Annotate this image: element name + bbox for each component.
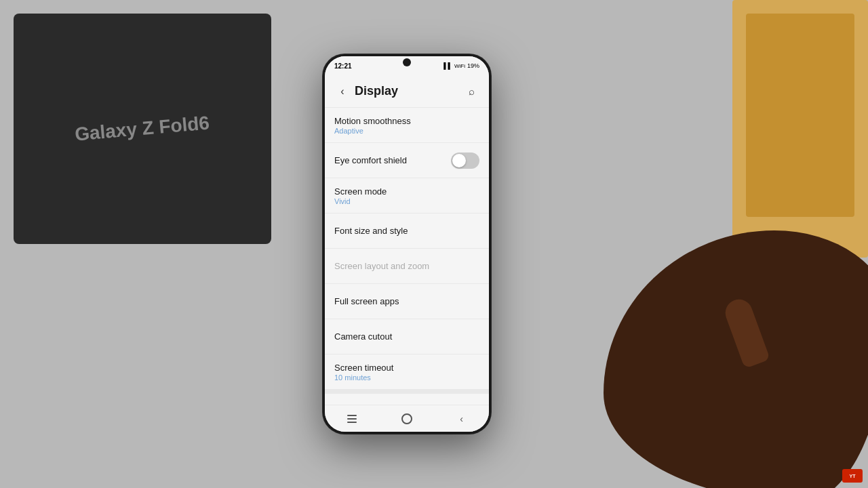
wifi-icon: WiFi: [454, 63, 465, 69]
nav-menu-button[interactable]: [342, 409, 362, 429]
battery-icon: 19%: [467, 62, 479, 69]
nav-home-button[interactable]: [397, 409, 417, 429]
setting-motion-smoothness[interactable]: Motion smoothness Adaptive: [325, 108, 489, 143]
menu-line-2: [347, 418, 357, 420]
bottom-navigation: ‹: [325, 405, 489, 432]
product-box: Galaxy Z Fold6: [14, 14, 271, 244]
settings-list: Motion smoothness Adaptive Eye comfort s…: [325, 108, 489, 405]
back-chevron-icon: ‹: [460, 413, 463, 424]
menu-icon: [347, 415, 357, 423]
signal-icon: ▌▌: [443, 62, 452, 69]
setting-label-fullscreen: Full screen apps: [334, 296, 479, 306]
menu-line-3: [347, 422, 357, 423]
setting-easy-mode[interactable]: Easy mode: [325, 394, 489, 405]
setting-text-fullscreen: Full screen apps: [334, 296, 479, 306]
phone-device: 12:21 ▌▌ WiFi 19% ‹ Display ⌕: [323, 54, 491, 434]
phone-wrapper: 12:21 ▌▌ WiFi 19% ‹ Display ⌕: [323, 54, 491, 434]
page-header: ‹ Display ⌕: [325, 75, 489, 108]
setting-sublabel-timeout: 10 minutes: [334, 373, 479, 382]
wooden-background: [732, 0, 868, 258]
page-title: Display: [352, 84, 462, 98]
product-box-text: Galaxy Z Fold6: [74, 110, 211, 147]
nav-back-button[interactable]: ‹: [452, 409, 472, 429]
back-button[interactable]: ‹: [333, 82, 352, 101]
corner-badge: YT: [842, 469, 863, 483]
setting-screen-mode[interactable]: Screen mode Vivid: [325, 178, 489, 214]
setting-text-font: Font size and style: [334, 226, 479, 236]
wooden-detail: [746, 14, 854, 217]
search-button[interactable]: ⌕: [462, 82, 481, 101]
setting-camera-cutout[interactable]: Camera cutout: [325, 319, 489, 354]
setting-label-layout: Screen layout and zoom: [334, 261, 479, 271]
search-icon: ⌕: [469, 85, 475, 97]
camera-notch: [403, 58, 411, 66]
setting-label-motion: Motion smoothness: [334, 116, 479, 126]
status-time: 12:21: [334, 62, 352, 70]
setting-label-camera: Camera cutout: [334, 331, 479, 342]
setting-text-layout: Screen layout and zoom: [334, 261, 479, 271]
setting-text-motion: Motion smoothness Adaptive: [334, 116, 479, 135]
setting-text-eye: Eye comfort shield: [334, 155, 451, 165]
setting-full-screen[interactable]: Full screen apps: [325, 284, 489, 319]
setting-sublabel-screen-mode: Vivid: [334, 197, 479, 205]
back-icon: ‹: [340, 85, 344, 98]
setting-text-screen-mode: Screen mode Vivid: [334, 186, 479, 205]
menu-line-1: [347, 415, 357, 416]
toggle-knob-eye: [452, 154, 466, 167]
setting-text-timeout: Screen timeout 10 minutes: [334, 363, 479, 382]
home-icon: [401, 413, 412, 424]
setting-font-size[interactable]: Font size and style: [325, 214, 489, 249]
setting-sublabel-motion: Adaptive: [334, 127, 479, 135]
eye-comfort-toggle[interactable]: [451, 152, 479, 169]
setting-screen-timeout[interactable]: Screen timeout 10 minutes: [325, 354, 489, 390]
setting-screen-layout[interactable]: Screen layout and zoom: [325, 249, 489, 284]
setting-label-font: Font size and style: [334, 226, 479, 236]
setting-label-screen-mode: Screen mode: [334, 186, 479, 197]
status-icons: ▌▌ WiFi 19%: [443, 62, 479, 69]
corner-badge-text: YT: [850, 474, 856, 479]
setting-eye-comfort[interactable]: Eye comfort shield: [325, 143, 489, 178]
phone-screen: 12:21 ▌▌ WiFi 19% ‹ Display ⌕: [325, 56, 489, 432]
setting-label-eye: Eye comfort shield: [334, 155, 451, 165]
setting-label-timeout: Screen timeout: [334, 363, 479, 373]
setting-text-camera: Camera cutout: [334, 331, 479, 342]
